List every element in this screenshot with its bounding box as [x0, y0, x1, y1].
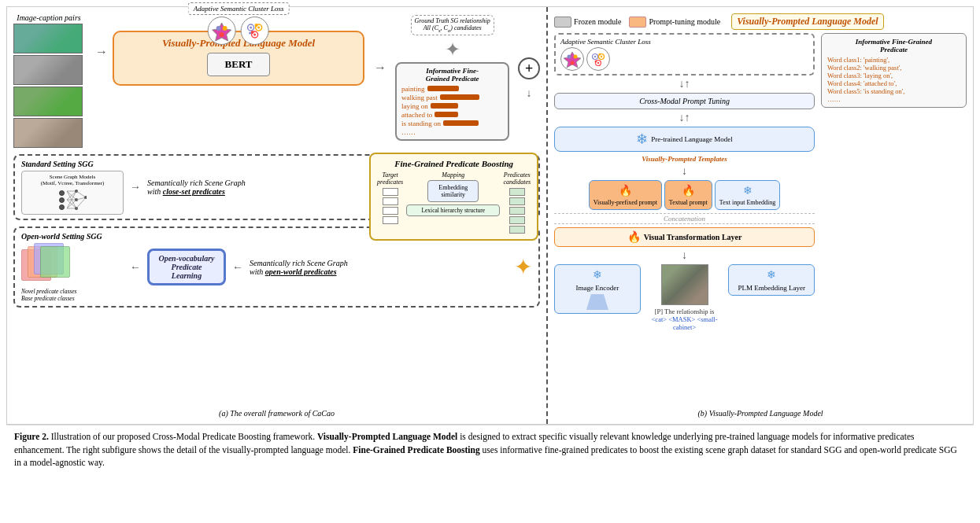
image-caption-label: Image-caption pairs	[13, 13, 84, 22]
b-adaptive-left: Adaptive Semantic Cluster Loss	[560, 38, 651, 71]
target-pred-col: Targetpredicates	[377, 171, 403, 225]
caption-bold2: Fine-Grained Predicate Boosting	[353, 445, 479, 455]
svg-point-38	[597, 62, 599, 64]
encoder-trap	[582, 294, 613, 310]
fire-icon-2: 🔥	[682, 184, 695, 197]
legend-frozen: Frozen module	[554, 17, 621, 28]
target-pred-label: Targetpredicates	[377, 171, 403, 186]
arrow-to-right: →	[374, 13, 386, 75]
svg-marker-0	[213, 23, 231, 41]
svg-line-25	[76, 191, 86, 197]
b-cluster-icons	[560, 47, 651, 71]
star-decoration: ✦	[445, 39, 460, 61]
predicate-list: painting walking past laying on	[401, 85, 503, 136]
sgg-left: Standard Setting SGG Scene Graph Models(…	[21, 160, 124, 215]
rect-4	[40, 246, 70, 278]
text-input-label: Text input Embedding	[719, 199, 775, 206]
down-arrow: ↓	[527, 87, 532, 100]
svg-point-37	[601, 56, 602, 57]
image-caption-block: Image-caption pairs	[13, 13, 84, 148]
b-template-textual: 🔥 Textual prompt	[664, 180, 712, 210]
svg-point-3	[220, 32, 224, 37]
svg-marker-29	[564, 52, 581, 68]
mask-token: <MASK>	[668, 315, 695, 323]
plm-snowflake: ❄	[636, 131, 648, 148]
fig-b-right-col: Informative Fine-GrainedPredicate Word c…	[821, 33, 967, 331]
svg-point-30	[568, 55, 571, 59]
svg-point-2	[223, 26, 227, 31]
encoder-label: Image Encoder	[576, 284, 619, 292]
b-cross-modal-box: Cross-Modal Prompt Tuning	[554, 93, 815, 109]
photo-3	[13, 87, 83, 116]
ow-arrow2: ←	[232, 261, 243, 274]
pred-label: walking past	[401, 94, 438, 101]
fig-b-caption: (b) Visually-Prompted Language Model	[548, 407, 973, 419]
ow-starburst: ✦	[514, 256, 532, 278]
word-class-2: Word class2: 'walking past',	[827, 64, 960, 72]
informative-title: Informative Fine-Grained Predicate	[401, 67, 503, 83]
plus-area: + ↓	[518, 13, 540, 100]
figure-b: Frozen module Prompt-tuning module Visua…	[548, 7, 973, 424]
caption-text1: Illustration of our proposed Cross-Modal…	[51, 432, 317, 441]
cluster-circle-2	[241, 17, 269, 45]
pred-bar	[435, 112, 458, 117]
b-inf-title: Informative Fine-GrainedPredicate	[827, 38, 960, 53]
fig-b-vplm-title: Visually-Prompted Language Model	[731, 13, 883, 30]
svg-point-8	[258, 27, 261, 29]
pred-item-laying: laying on	[401, 102, 503, 110]
photo-stack	[13, 24, 84, 148]
ow-rich-sg-area: Semantically rich Scene Graphwith open-w…	[250, 259, 508, 276]
nn-node	[59, 197, 65, 203]
nn-diagram	[24, 188, 120, 212]
ow-arrow: ←	[130, 261, 141, 274]
svg-point-7	[250, 27, 253, 29]
arrow-down-1: ↓↑	[679, 79, 690, 90]
pred-bar	[427, 86, 459, 91]
ovpl-box: Open-vocabularyPredicate Learning	[147, 249, 226, 285]
cluster-svg-1	[562, 49, 582, 69]
pred-item-painting: painting	[401, 85, 503, 93]
pred-label: is standing on	[401, 120, 441, 127]
word-class-ellipsis: ……	[827, 95, 960, 103]
small-rect	[383, 188, 398, 196]
pred-bar	[440, 94, 479, 100]
arrow-down-3: ↓	[682, 166, 687, 177]
adaptive-loss-label: Adaptive Semantic Cluster Loss	[188, 2, 290, 15]
cat-token: <cat>	[652, 315, 668, 323]
b-cluster-circle-2	[586, 47, 610, 71]
svg-point-40	[595, 61, 597, 63]
pred-item-walking: walking past	[401, 94, 503, 101]
pred-item-ellipsis: ……	[401, 128, 503, 136]
arrow-to-vplm: →	[95, 13, 108, 59]
caption-bold1: Visually-Prompted Language Model	[317, 432, 457, 441]
cluster-circle-1	[208, 17, 236, 45]
arrow-down-4: ↓	[682, 250, 687, 261]
sg-models-label: Scene Graph Models(Motif, Vctree, Transf…	[24, 174, 120, 186]
plm-embed-label: PLM Embedding Layer	[738, 284, 804, 292]
room-image-area: [P] The relationship is <cat> <MASK> <sm…	[647, 264, 723, 331]
b-adaptive-box: Adaptive Semantic Cluster Loss	[554, 33, 815, 76]
mapping-label: Mapping	[442, 171, 464, 179]
plm-embed-snowflake: ❄	[767, 268, 776, 282]
legend-frozen-box	[554, 17, 571, 28]
photo-2	[13, 55, 83, 85]
fgpb-inner: Targetpredicates Mapping Embeddingsimila…	[377, 171, 531, 234]
right-panel-a: Ground Truth SG relationshipAll (Cs, Co)…	[391, 15, 513, 141]
encoder-snowflake: ❄	[593, 268, 602, 282]
b-template-visual: 🔥 Visually-prefixed prompt	[589, 180, 662, 210]
small-rect-r	[509, 226, 525, 234]
photo-1	[13, 24, 83, 53]
b-informative-box: Informative Fine-GrainedPredicate Word c…	[821, 33, 967, 108]
b-image-encoder: ❄ Image Encoder	[554, 264, 641, 314]
fig-b-legend: Frozen module Prompt-tuning module Visua…	[554, 13, 967, 30]
overall-caption: Figure 2. Illustration of our proposed C…	[6, 425, 974, 473]
pred-label: painting	[401, 85, 425, 93]
cluster-svg-2	[588, 49, 608, 69]
fgpb-title: Fine-Grained Predicate Boosting	[377, 159, 531, 168]
nn-node	[59, 204, 65, 210]
open-world-label: Open-world Setting SGG	[21, 232, 124, 241]
b-cluster-circle-1	[560, 47, 584, 71]
room-image	[661, 264, 708, 305]
fig-a-caption: (a) The overall framework of CaCao	[7, 407, 546, 419]
b-vtl-box: 🔥 Visual Transformation Layer	[554, 227, 815, 247]
